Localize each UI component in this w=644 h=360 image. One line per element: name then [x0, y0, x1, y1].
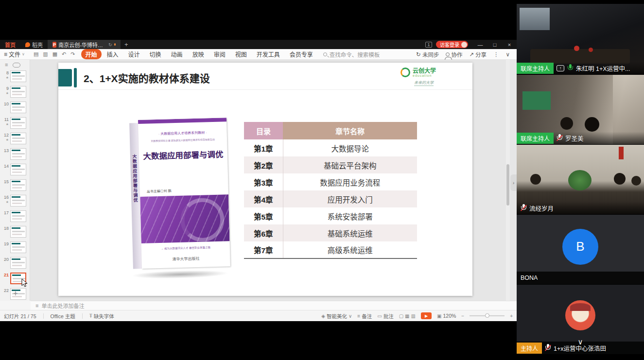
video-tile-3[interactable]: 流经岁月: [517, 145, 644, 214]
slide-thumb-14[interactable]: 14: [0, 163, 30, 178]
menu-tab-1[interactable]: 插入: [103, 49, 123, 59]
silhouette: [631, 176, 641, 186]
window-tab-bar: 首页 稻壳 P 南京云创-华博特—...4 partner ↻ + 1 访客登录…: [0, 40, 517, 49]
sync-status[interactable]: ↻ 未同步: [416, 51, 439, 58]
reading-view-icon[interactable]: ▥: [411, 313, 416, 319]
slide-sorter-icon[interactable]: ▦: [405, 313, 409, 319]
menu-tab-7[interactable]: 视图: [231, 49, 251, 59]
outline-toggle-icon[interactable]: ≡: [5, 62, 8, 68]
book-series-line1: · 大数据应用人才培养系列教材 ·: [139, 129, 227, 137]
comments-toggle[interactable]: ▭ 批注: [377, 312, 393, 320]
window-count-icon[interactable]: 1: [425, 42, 432, 48]
doc-sync-icon: ↻: [108, 42, 112, 47]
tab-home[interactable]: 首页: [0, 40, 20, 49]
sidebar-collapse-chevron[interactable]: ∨: [578, 338, 583, 346]
normal-view-icon[interactable]: ▢: [399, 313, 403, 319]
slide-thumb-8[interactable]: 8★: [0, 69, 30, 85]
participant-name: 朱红明 1+X运营中...: [576, 64, 630, 73]
menu-tab-4[interactable]: 动画: [167, 49, 187, 59]
slide-number: 21: [1, 273, 9, 277]
menu-tab-5[interactable]: 放映: [188, 49, 209, 59]
person-icon: [446, 52, 450, 56]
scrollbar-thumb[interactable]: [506, 164, 509, 206]
slide-thumb-16[interactable]: 16★: [0, 194, 30, 209]
slide-thumb-11[interactable]: 11★: [0, 116, 30, 131]
slide-number: 20: [1, 257, 9, 262]
guest-login-badge[interactable]: 访客登录: [436, 41, 468, 48]
chapter-name-cell: 基础系统运维: [283, 224, 417, 241]
menu-tab-0[interactable]: 开始: [81, 49, 102, 59]
hamburger-icon: ≡: [4, 51, 7, 58]
slide-thumb-19[interactable]: 19: [0, 240, 30, 256]
undo-icon[interactable]: ↶: [62, 51, 66, 57]
panel-collapse-handle[interactable]: ›: [510, 174, 517, 191]
chevron-down-icon: ∨: [348, 313, 352, 319]
fit-slide-button[interactable]: ▣ 120%: [437, 313, 456, 319]
save-icon[interactable]: ▤: [34, 51, 38, 57]
slide-thumb-10[interactable]: 10: [0, 101, 30, 116]
slide-header: 2、1+X实施的教材体系建设 云创大学 education 未来的大学: [58, 63, 472, 90]
menu-tab-2[interactable]: 设计: [124, 49, 144, 59]
close-button[interactable]: ×: [502, 40, 517, 49]
video-tile-2[interactable]: 联席主持人 罗圣美: [517, 75, 644, 144]
print-icon[interactable]: ▥: [43, 51, 48, 57]
video-tile-1[interactable]: 联席主持人 ↑ 朱红明 1+X运营中...: [517, 4, 644, 74]
beautify-icon: ◈: [321, 313, 325, 319]
zoom-in-button[interactable]: +: [510, 313, 513, 319]
host-badge: 主持人: [517, 343, 542, 354]
zoom-out-button[interactable]: −: [461, 313, 464, 319]
ppt-file-icon: P: [52, 42, 56, 48]
slide-thumb-18[interactable]: 18: [0, 225, 30, 240]
notes-toggle[interactable]: ≡ 备注: [357, 312, 372, 320]
slide[interactable]: 2、1+X实施的教材体系建设 云创大学 education 未来的大学: [58, 63, 472, 296]
slide-thumb-12[interactable]: 12★: [0, 132, 30, 147]
book-author: 丛书主编◎刘 鹏: [147, 188, 172, 193]
tab-docer[interactable]: 稻壳: [20, 40, 48, 49]
new-tab-button[interactable]: +: [121, 41, 132, 48]
menu-tab-9[interactable]: 会员专享: [285, 49, 317, 59]
slide-number: 11: [1, 117, 9, 122]
chapter-no-cell: 第3章: [244, 173, 283, 190]
missing-fonts[interactable]: Ŧ 缺失字体: [89, 312, 114, 320]
book-spine-title: 大数据应用部署与调优: [131, 154, 139, 203]
video-tile-4[interactable]: B BONA: [517, 215, 644, 284]
redo-icon[interactable]: ↷: [70, 51, 75, 57]
collaborate-button[interactable]: 协作: [446, 51, 462, 58]
zoom-slider-knob[interactable]: [485, 313, 489, 318]
maximize-button[interactable]: □: [487, 40, 502, 49]
ribbon-collapse-button[interactable]: ∨: [506, 51, 510, 58]
menu-tab-6[interactable]: 审阅: [209, 49, 230, 59]
file-menu-label: 文件: [9, 50, 20, 58]
print-preview-icon[interactable]: ▦: [52, 51, 57, 57]
slide-thumb-17[interactable]: 17: [0, 209, 30, 224]
table-row: 第6章基础系统运维: [244, 224, 417, 241]
minimize-button[interactable]: —: [473, 40, 487, 49]
slide-thumb-9[interactable]: 9★: [0, 85, 30, 100]
tab-document[interactable]: P 南京云创-华博特—...4 partner ↻: [48, 40, 121, 49]
slideshow-play-button[interactable]: ▶: [421, 312, 432, 319]
canvas-scrollbar[interactable]: [506, 60, 510, 301]
table-row: 第4章应用开发入门: [244, 190, 417, 207]
slide-thumb-20[interactable]: 20: [0, 256, 30, 271]
chapter-name-cell: 基础云平台架构: [283, 156, 417, 173]
more-options-button[interactable]: ⋮: [493, 51, 499, 58]
beautify-button[interactable]: ◈ 智能美化 ∨: [321, 312, 352, 320]
file-menu[interactable]: ≡ 文件 ∨: [0, 50, 29, 58]
menu-tab-3[interactable]: 切换: [145, 49, 166, 59]
slide-view-icon[interactable]: [13, 63, 20, 68]
unsaved-dot: [114, 43, 116, 46]
menu-tab-8[interactable]: 开发工具: [252, 49, 284, 59]
slide-number: 19: [1, 241, 9, 246]
zoom-slider[interactable]: [470, 315, 505, 316]
animation-star-icon: ★: [1, 138, 9, 142]
add-slide-button[interactable]: +: [11, 289, 20, 298]
share-button[interactable]: ↗ 分享: [469, 51, 487, 58]
video-tile-5[interactable]: ∨ 主持人 1+x运营中心张浩田: [517, 285, 644, 354]
slide-thumb-13[interactable]: 13: [0, 147, 30, 162]
command-search[interactable]: 查找命令、搜索模板: [323, 51, 380, 58]
university-logo: 云创大学 education 未来的大学: [400, 68, 454, 86]
notes-bar[interactable]: ≡ 单击此处添加备注: [31, 301, 517, 310]
theme-label[interactable]: Office 主题: [51, 312, 75, 320]
slide-thumb-15[interactable]: 15: [0, 178, 30, 193]
search-placeholder: 查找命令、搜索模板: [330, 51, 380, 58]
